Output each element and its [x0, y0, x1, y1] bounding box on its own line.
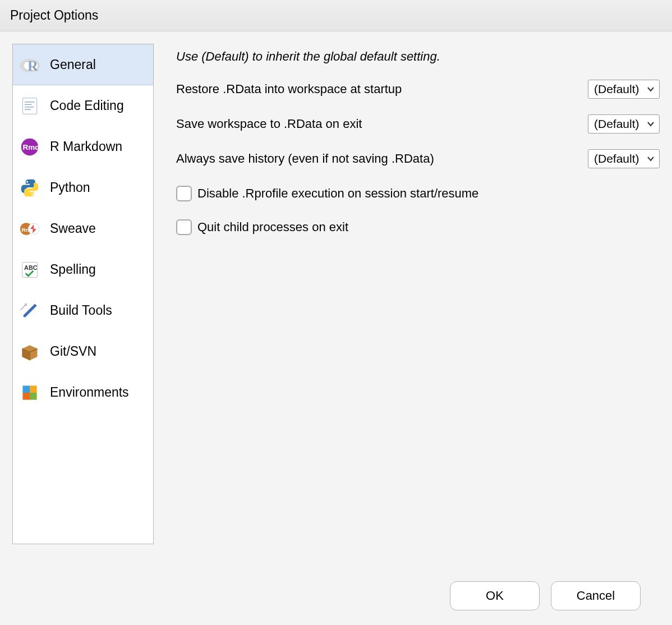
svg-rect-18: [22, 385, 30, 393]
title-text: Project Options: [10, 8, 98, 23]
spelling-icon: ABC: [19, 259, 41, 281]
option-save-workspace: Save workspace to .RData on exit (Defaul…: [176, 114, 660, 134]
sidebar-item-build-tools[interactable]: Build Tools: [13, 290, 153, 331]
svg-rect-3: [22, 98, 36, 114]
option-save-history: Always save history (even if not saving …: [176, 149, 660, 168]
sidebar-item-rmarkdown[interactable]: Rmd R Markdown: [13, 126, 153, 167]
sidebar-item-label: Sweave: [50, 221, 96, 236]
package-icon: [19, 341, 41, 363]
checkbox-label: Quit child processes on exit: [197, 218, 348, 237]
button-label: Cancel: [577, 589, 615, 603]
check-quit-child: Quit child processes on exit: [176, 218, 660, 237]
svg-rect-17: [20, 303, 27, 310]
chevron-down-icon: [647, 85, 655, 93]
svg-rect-19: [30, 385, 37, 393]
svg-rect-21: [30, 393, 37, 400]
titlebar: Project Options: [0, 0, 672, 31]
document-icon: [19, 95, 41, 117]
sidebar-item-label: Spelling: [50, 262, 96, 277]
sidebar-item-label: Environments: [50, 385, 129, 400]
sidebar-item-python[interactable]: Python: [13, 167, 153, 208]
svg-point-10: [26, 181, 28, 182]
environments-icon: [19, 382, 41, 404]
sidebar-item-label: Python: [50, 180, 90, 195]
sidebar-item-code-editing[interactable]: Code Editing: [13, 85, 153, 126]
select-save-history[interactable]: (Default): [588, 149, 660, 168]
sweave-icon: Rnw: [19, 218, 41, 240]
option-label: Restore .RData into workspace at startup: [176, 82, 402, 96]
sidebar-item-sweave[interactable]: Rnw Sweave: [13, 208, 153, 249]
checkbox-quit-child[interactable]: [176, 219, 192, 235]
r-logo-icon: R: [19, 53, 41, 76]
svg-rect-20: [22, 393, 30, 400]
main-panel: Use (Default) to inherit the global defa…: [176, 44, 660, 544]
sidebar-item-label: Git/SVN: [50, 344, 96, 359]
select-value: (Default): [594, 117, 639, 131]
python-icon: [19, 177, 41, 199]
sidebar-item-spelling[interactable]: ABC Spelling: [13, 249, 153, 290]
sidebar-item-label: General: [50, 57, 96, 72]
hint-text: Use (Default) to inherit the global defa…: [176, 49, 660, 64]
build-tools-icon: [19, 300, 41, 322]
footer: OK Cancel: [450, 581, 641, 610]
sidebar-item-general[interactable]: R General: [13, 44, 153, 85]
svg-text:R: R: [27, 58, 38, 74]
option-restore-rdata: Restore .RData into workspace at startup…: [176, 80, 660, 99]
sidebar-item-git-svn[interactable]: Git/SVN: [13, 331, 153, 372]
svg-text:Rmd: Rmd: [22, 143, 39, 151]
option-label: Always save history (even if not saving …: [176, 151, 434, 166]
select-save-workspace[interactable]: (Default): [588, 114, 660, 134]
cancel-button[interactable]: Cancel: [551, 581, 641, 610]
sidebar-item-environments[interactable]: Environments: [13, 372, 153, 413]
sidebar: R General Code Editing Rmd: [12, 44, 154, 544]
checkbox-disable-rprofile[interactable]: [176, 186, 192, 201]
chevron-down-icon: [647, 155, 655, 163]
sidebar-item-label: Code Editing: [50, 98, 124, 113]
sidebar-item-label: R Markdown: [50, 139, 122, 154]
ok-button[interactable]: OK: [450, 581, 540, 610]
button-label: OK: [486, 589, 504, 603]
svg-point-11: [31, 193, 33, 195]
chevron-down-icon: [647, 120, 655, 128]
select-value: (Default): [594, 82, 639, 96]
option-label: Save workspace to .RData on exit: [176, 117, 362, 131]
select-value: (Default): [594, 152, 639, 166]
select-restore-rdata[interactable]: (Default): [588, 80, 660, 99]
check-disable-rprofile: Disable .Rprofile execution on session s…: [176, 184, 660, 203]
rmd-icon: Rmd: [19, 136, 41, 158]
svg-text:ABC: ABC: [24, 264, 38, 271]
checkbox-label: Disable .Rprofile execution on session s…: [197, 184, 478, 203]
sidebar-item-label: Build Tools: [50, 303, 112, 318]
